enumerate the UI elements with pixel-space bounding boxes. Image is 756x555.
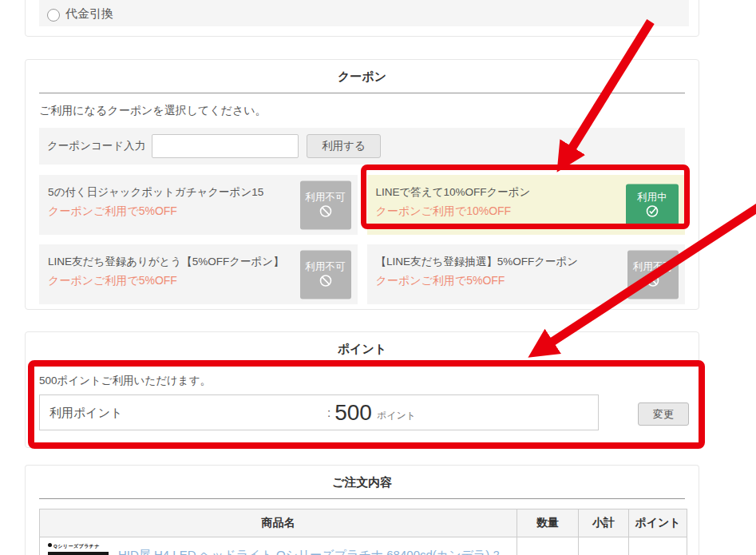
order-section-title: ご注文内容: [39, 466, 685, 499]
col-product-name: 商品名: [40, 509, 517, 537]
points-cell: [629, 537, 687, 555]
points-use-box: 利用ポイント : 500 ポイント: [39, 394, 599, 430]
coupon-apply-button[interactable]: 利用する: [307, 134, 381, 158]
product-thumbnail: Qシリーズプラチナ: [48, 543, 109, 555]
product-image: [48, 552, 109, 555]
order-section: ご注文内容 商品名 数量 小計 ポイント Qシリーズプラチ: [25, 465, 699, 555]
coupon-status-unavailable: 利用不可: [627, 250, 679, 299]
points-section-title: ポイント: [39, 332, 685, 366]
points-use-label: 利用ポイント: [49, 406, 122, 421]
coupon-discount: クーポンご利用で10%OFF: [376, 204, 620, 219]
order-table-row: Qシリーズプラチナ HID屋 H4 LED ヘッドライト Qシリーズプラチナ 6…: [40, 537, 687, 555]
coupon-name: LINE友だち登録ありがとう【5%OFFクーポン】: [48, 255, 292, 269]
coupon-section: クーポン ご利用になるクーポンを選択してください。 クーポンコード入力 利用する…: [25, 59, 699, 310]
points-separator: :: [327, 406, 331, 419]
coupon-code-input[interactable]: [152, 134, 299, 158]
quantity-cell: [517, 537, 579, 555]
coupon-discount: クーポンご利用で5%OFF: [48, 204, 292, 219]
radio-unselected-icon[interactable]: [47, 9, 60, 22]
points-change-button[interactable]: 変更: [638, 402, 689, 426]
checkout-page: 代金引換 クーポン ご利用になるクーポンを選択してください。 クーポンコード入力…: [0, 0, 756, 555]
coupon-discount: クーポンご利用で5%OFF: [376, 274, 620, 288]
coupon-list: 5の付く日ジャックポットガチャクーポン15 クーポンご利用で5%OFF 利用不可…: [39, 175, 685, 304]
col-subtotal: 小計: [579, 509, 629, 537]
coupon-item-line-friend-thanks[interactable]: LINE友だち登録ありがとう【5%OFFクーポン】 クーポンご利用で5%OFF …: [39, 244, 358, 304]
points-available-text: 500ポイントご利用いただけます。: [39, 374, 211, 388]
payment-method-section: 代金引換: [25, 0, 699, 37]
payment-option-label: 代金引換: [65, 6, 113, 22]
coupon-status-active[interactable]: 利用中: [626, 184, 679, 226]
coupon-status-unavailable: 利用不可: [300, 250, 351, 299]
prohibit-icon: [646, 274, 660, 288]
coupon-discount: クーポンご利用で5%OFF: [48, 274, 292, 288]
payment-option-cod[interactable]: 代金引換: [39, 0, 689, 26]
brand-mark-icon: [48, 543, 52, 547]
coupon-name: 5の付く日ジャックポットガチャクーポン15: [48, 185, 292, 200]
check-circle-icon: [645, 204, 659, 219]
col-points: ポイント: [629, 509, 687, 537]
coupon-item-line-lottery[interactable]: 【LINE友だち登録抽選】5%OFFクーポン クーポンご利用で5%OFF 利用不…: [367, 244, 686, 304]
coupon-section-title: クーポン: [39, 60, 685, 93]
order-table: 商品名 数量 小計 ポイント Qシリーズプラチナ HID屋 H4 LED: [39, 509, 687, 555]
coupon-status-unavailable: 利用不可: [300, 180, 351, 229]
coupon-code-label: クーポンコード入力: [47, 139, 145, 153]
prohibit-icon: [319, 274, 333, 288]
coupon-instruction: ご利用になるクーポンを選択してください。: [39, 104, 685, 118]
subtotal-cell: [579, 537, 629, 555]
points-section: ポイント 500ポイントご利用いただけます。 利用ポイント : 500 ポイント…: [25, 331, 699, 448]
coupon-code-bar: クーポンコード入力 利用する: [39, 128, 685, 165]
col-quantity: 数量: [517, 509, 579, 537]
coupon-item-jackpot[interactable]: 5の付く日ジャックポットガチャクーポン15 クーポンご利用で5%OFF 利用不可: [39, 175, 358, 235]
product-link[interactable]: HID屋 H4 LED ヘッドライト Qシリーズプラチナ 68400cd(カンデ…: [118, 543, 509, 555]
order-table-header-row: 商品名 数量 小計 ポイント: [40, 509, 687, 537]
prohibit-icon: [319, 204, 333, 219]
coupon-name: LINEで答えて10%OFFクーポン: [376, 185, 620, 200]
coupon-item-line-10off[interactable]: LINEで答えて10%OFFクーポン クーポンご利用で10%OFF 利用中: [367, 175, 686, 235]
points-unit: ポイント: [377, 402, 416, 422]
points-value: 500: [334, 400, 372, 426]
coupon-name: 【LINE友だち登録抽選】5%OFFクーポン: [376, 255, 620, 269]
